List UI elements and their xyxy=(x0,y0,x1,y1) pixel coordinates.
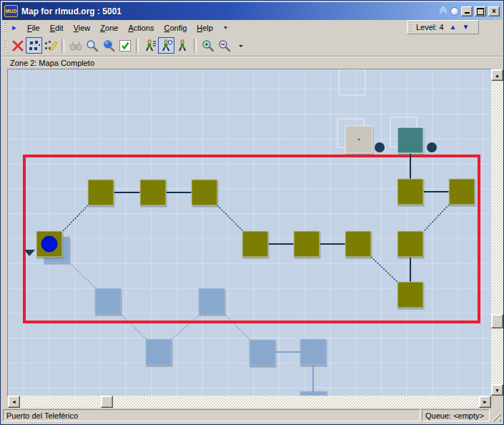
toolbar-button-find[interactable] xyxy=(67,37,84,54)
walker-list-icon xyxy=(143,39,157,53)
window-title: Map for rlmud.org : 5001 xyxy=(21,6,438,16)
room-olive[interactable] xyxy=(345,231,371,257)
arrow-left-icon: ◄ xyxy=(11,399,16,404)
toolbar-button-show-map[interactable] xyxy=(26,37,42,54)
play-icon[interactable]: ► xyxy=(11,24,18,31)
scroll-left-button[interactable]: ◄ xyxy=(8,396,20,408)
room-blue[interactable] xyxy=(95,288,121,314)
room-olive[interactable] xyxy=(397,179,423,205)
arrow-down-icon: ▼ xyxy=(495,388,500,393)
room-olive[interactable] xyxy=(397,282,423,308)
minimize-button[interactable] xyxy=(461,6,473,16)
menu-bar: ► FileEditViewZoneActionsConfigHelp ▼ Le… xyxy=(2,20,502,35)
map-connection xyxy=(371,257,398,283)
map-connection xyxy=(69,263,96,288)
menu-items: FileEditViewZoneActionsConfigHelp xyxy=(22,22,218,34)
toolbar-separator xyxy=(61,39,64,53)
room-blue[interactable] xyxy=(300,339,326,365)
app-icon: MUD xyxy=(4,5,18,17)
toolbar-grip-handle[interactable] xyxy=(4,41,6,51)
title-bar[interactable]: MUD Map for rlmud.org : 5001 × xyxy=(2,2,502,20)
vertical-scroll-thumb[interactable] xyxy=(491,314,503,328)
app-window: MUD Map for rlmud.org : 5001 × ► FileEdi… xyxy=(0,0,504,425)
arrow-right-icon: ► xyxy=(483,399,488,404)
main-toolbar xyxy=(2,35,502,56)
room-teal[interactable] xyxy=(397,127,423,153)
horizontal-scroll-thumb[interactable] xyxy=(101,396,113,408)
player-position-marker[interactable] xyxy=(41,236,57,252)
menu-item-edit[interactable]: Edit xyxy=(45,22,69,34)
room-olive[interactable] xyxy=(449,179,475,205)
vertical-scrollbar[interactable]: ▲ ▼ xyxy=(491,69,503,396)
level-toolbar: Level: 4 ▲ ▼ xyxy=(407,20,479,34)
menu-overflow-button[interactable]: ▼ xyxy=(221,24,230,31)
exit-dot xyxy=(427,142,437,152)
unexplored-room-outline xyxy=(339,69,365,95)
level-down-button[interactable]: ▼ xyxy=(459,22,472,32)
scroll-right-button[interactable]: ► xyxy=(479,396,491,408)
level-grip-handle[interactable] xyxy=(410,22,412,32)
level-label: Level: 4 xyxy=(416,23,444,31)
toolbar-separator xyxy=(194,39,197,53)
horizontal-scrollbar[interactable]: ◄ ► xyxy=(8,396,491,408)
map-connection xyxy=(121,314,147,339)
map-canvas[interactable] xyxy=(8,69,491,396)
menu-item-config[interactable]: Config xyxy=(159,22,192,34)
scrollbar-corner xyxy=(491,396,503,408)
toolbar-button-zoom-options[interactable] xyxy=(232,37,249,54)
room-olive[interactable] xyxy=(140,180,166,205)
red-x-icon xyxy=(11,39,25,53)
menu-item-zone[interactable]: Zone xyxy=(95,22,123,34)
magnifier-icon xyxy=(85,39,99,53)
map-viewport[interactable] xyxy=(7,69,491,396)
room-olive[interactable] xyxy=(294,231,320,257)
toolbar-separator xyxy=(136,39,139,53)
toolbar-buttons xyxy=(9,37,249,54)
chevron-down-icon xyxy=(234,39,248,53)
maximize-button[interactable] xyxy=(475,6,486,16)
toolbar-button-confirm[interactable] xyxy=(117,37,133,54)
room-blue[interactable] xyxy=(146,339,172,365)
arrow-up-icon: ▲ xyxy=(495,73,500,78)
zoom-in-icon xyxy=(201,39,215,53)
toolbar-button-edit-map[interactable] xyxy=(42,37,59,54)
level-up-button[interactable]: ▲ xyxy=(447,22,460,32)
walker-shield-icon xyxy=(159,39,174,53)
room-blue[interactable] xyxy=(199,288,224,314)
toolbar-button-locate[interactable] xyxy=(100,37,117,54)
room-olive[interactable] xyxy=(88,180,114,205)
close-button[interactable]: × xyxy=(488,6,500,16)
close-icon: × xyxy=(492,8,496,15)
room-blue[interactable] xyxy=(249,340,275,366)
maximize-icon xyxy=(477,8,484,15)
level-value: 4 xyxy=(439,23,443,31)
resize-grip[interactable] xyxy=(492,412,501,421)
toolbar-button-safe-walk[interactable] xyxy=(158,37,174,54)
scroll-up-button[interactable]: ▲ xyxy=(491,69,503,81)
menu-item-file[interactable]: File xyxy=(22,22,45,34)
binoculars-icon xyxy=(69,39,83,53)
toolbar-button-search[interactable] xyxy=(84,37,100,54)
toolbar-button-speedwalk-list[interactable] xyxy=(142,37,158,54)
double-chevron-up-icon[interactable] xyxy=(438,6,448,16)
menu-item-actions[interactable]: Actions xyxy=(123,22,159,34)
menu-item-view[interactable]: View xyxy=(69,22,96,34)
toolbar-button-walk[interactable] xyxy=(174,37,191,54)
direction-triangle-marker xyxy=(24,250,35,256)
menu-item-help[interactable]: Help xyxy=(192,22,218,34)
room-olive[interactable] xyxy=(242,231,268,257)
toolbar-button-zoom-out[interactable] xyxy=(216,37,232,54)
check-box-icon xyxy=(118,39,132,53)
room-olive[interactable] xyxy=(192,180,217,205)
scroll-down-button[interactable]: ▼ xyxy=(491,384,503,396)
room-olive[interactable] xyxy=(397,231,423,257)
zone-bar: Zone 2: Mapa Completo xyxy=(2,56,502,69)
toolbar-button-zoom-in[interactable] xyxy=(199,37,216,54)
map-connection xyxy=(424,205,449,231)
walker-icon xyxy=(176,39,190,53)
menu-grip-handle[interactable] xyxy=(4,23,6,33)
toolbar-button-delete[interactable] xyxy=(9,37,26,54)
sphere-icon[interactable] xyxy=(450,7,459,16)
room-center-dot xyxy=(358,139,360,141)
exit-dot xyxy=(375,142,385,152)
